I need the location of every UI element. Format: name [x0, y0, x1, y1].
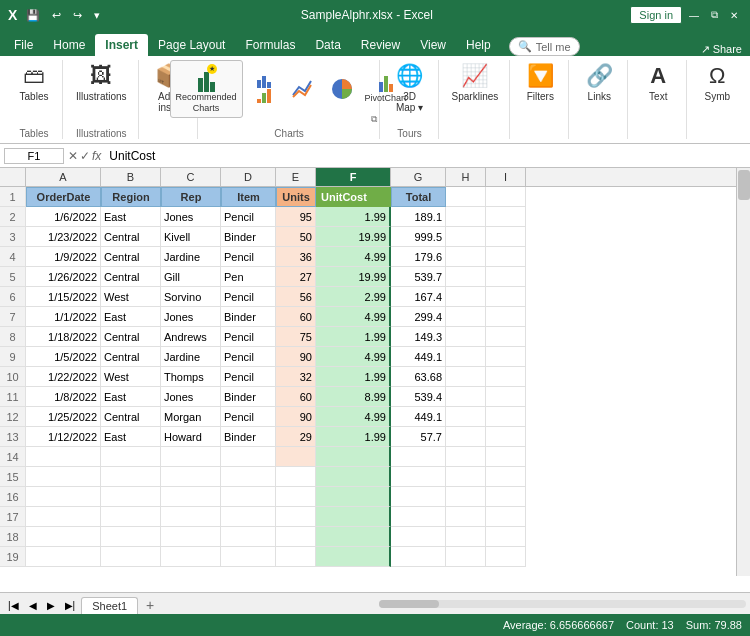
cell-g1[interactable]: Total [391, 187, 446, 207]
cell-h4[interactable] [446, 247, 486, 267]
sign-in-button[interactable]: Sign in [630, 6, 682, 24]
cell-c1[interactable]: Rep [161, 187, 221, 207]
cell-a2[interactable]: 1/6/2022 [26, 207, 101, 227]
cell-a10[interactable]: 1/22/2022 [26, 367, 101, 387]
cell-e3[interactable]: 50 [276, 227, 316, 247]
tab-insert[interactable]: Insert [95, 34, 148, 56]
undo-qat[interactable]: ↩ [49, 7, 64, 24]
cell-h19[interactable] [446, 547, 486, 567]
cell-f18[interactable] [316, 527, 391, 547]
cell-d2[interactable]: Pencil [221, 207, 276, 227]
filters-button[interactable]: 🔽 Filters [518, 60, 562, 105]
cell-i9[interactable] [486, 347, 526, 367]
qat-dropdown[interactable]: ▾ [91, 7, 103, 24]
cell-f8[interactable]: 1.99 [316, 327, 391, 347]
cell-c6[interactable]: Sorvino [161, 287, 221, 307]
cell-a15[interactable] [26, 467, 101, 487]
cell-h12[interactable] [446, 407, 486, 427]
cell-c4[interactable]: Jardine [161, 247, 221, 267]
tab-review[interactable]: Review [351, 34, 410, 56]
cell-f15[interactable] [316, 467, 391, 487]
cell-d9[interactable]: Pencil [221, 347, 276, 367]
cancel-icon[interactable]: ✕ [68, 149, 78, 163]
sheet-nav-next[interactable]: ▶ [43, 598, 59, 613]
cell-d8[interactable]: Pencil [221, 327, 276, 347]
cell-i3[interactable] [486, 227, 526, 247]
cell-b1[interactable]: Region [101, 187, 161, 207]
cell-c19[interactable] [161, 547, 221, 567]
cell-f10[interactable]: 1.99 [316, 367, 391, 387]
cell-f17[interactable] [316, 507, 391, 527]
cell-c15[interactable] [161, 467, 221, 487]
cell-e6[interactable]: 56 [276, 287, 316, 307]
cell-b16[interactable] [101, 487, 161, 507]
formula-input[interactable] [105, 149, 746, 163]
col-header-d[interactable]: D [221, 168, 276, 186]
cell-f2[interactable]: 1.99 [316, 207, 391, 227]
cell-f3[interactable]: 19.99 [316, 227, 391, 247]
sheet1-tab[interactable]: Sheet1 [81, 597, 138, 614]
cell-c9[interactable]: Jardine [161, 347, 221, 367]
cell-d12[interactable]: Pencil [221, 407, 276, 427]
cell-f14[interactable] [316, 447, 391, 467]
cell-g15[interactable] [391, 467, 446, 487]
cell-a6[interactable]: 1/15/2022 [26, 287, 101, 307]
cell-a12[interactable]: 1/25/2022 [26, 407, 101, 427]
cell-g16[interactable] [391, 487, 446, 507]
col-header-i[interactable]: I [486, 168, 526, 186]
cell-g9[interactable]: 449.1 [391, 347, 446, 367]
col-header-g[interactable]: G [391, 168, 446, 186]
cell-f16[interactable] [316, 487, 391, 507]
cell-d10[interactable]: Pencil [221, 367, 276, 387]
cell-c13[interactable]: Howard [161, 427, 221, 447]
cell-a7[interactable]: 1/1/2022 [26, 307, 101, 327]
cell-i7[interactable] [486, 307, 526, 327]
cell-a5[interactable]: 1/26/2022 [26, 267, 101, 287]
confirm-icon[interactable]: ✓ [80, 149, 90, 163]
links-button[interactable]: 🔗 Links [577, 60, 621, 105]
cell-g17[interactable] [391, 507, 446, 527]
text-button[interactable]: A Text [636, 60, 680, 105]
scroll-thumb[interactable] [738, 170, 750, 200]
cell-b13[interactable]: East [101, 427, 161, 447]
cell-d19[interactable] [221, 547, 276, 567]
tab-view[interactable]: View [410, 34, 456, 56]
cell-c5[interactable]: Gill [161, 267, 221, 287]
cell-f1[interactable]: UnitCost [316, 187, 391, 207]
sheet-nav-first[interactable]: |◀ [4, 598, 23, 613]
cell-c12[interactable]: Morgan [161, 407, 221, 427]
cell-d1[interactable]: Item [221, 187, 276, 207]
column-chart-button[interactable] [246, 72, 282, 105]
cell-h17[interactable] [446, 507, 486, 527]
col-header-c[interactable]: C [161, 168, 221, 186]
cell-b8[interactable]: Central [101, 327, 161, 347]
sheet-nav-last[interactable]: ▶| [61, 598, 80, 613]
cell-i12[interactable] [486, 407, 526, 427]
cell-i19[interactable] [486, 547, 526, 567]
cell-i6[interactable] [486, 287, 526, 307]
cell-e10[interactable]: 32 [276, 367, 316, 387]
cell-b4[interactable]: Central [101, 247, 161, 267]
cell-d14[interactable] [221, 447, 276, 467]
cell-e18[interactable] [276, 527, 316, 547]
sparklines-button[interactable]: 📈 Sparklines [447, 60, 504, 105]
cell-i4[interactable] [486, 247, 526, 267]
cell-d13[interactable]: Binder [221, 427, 276, 447]
cell-d18[interactable] [221, 527, 276, 547]
cell-f4[interactable]: 4.99 [316, 247, 391, 267]
cell-h10[interactable] [446, 367, 486, 387]
tab-data[interactable]: Data [305, 34, 350, 56]
cell-d6[interactable]: Pencil [221, 287, 276, 307]
cell-e4[interactable]: 36 [276, 247, 316, 267]
cell-a4[interactable]: 1/9/2022 [26, 247, 101, 267]
name-box[interactable] [4, 148, 64, 164]
cell-f12[interactable]: 4.99 [316, 407, 391, 427]
cell-e1[interactable]: Units [276, 187, 316, 207]
minimize-button[interactable]: — [686, 7, 702, 23]
tab-file[interactable]: File [4, 34, 43, 56]
cell-d3[interactable]: Binder [221, 227, 276, 247]
cell-e13[interactable]: 29 [276, 427, 316, 447]
h-scrollbar[interactable] [375, 593, 750, 614]
cell-e7[interactable]: 60 [276, 307, 316, 327]
cell-e17[interactable] [276, 507, 316, 527]
